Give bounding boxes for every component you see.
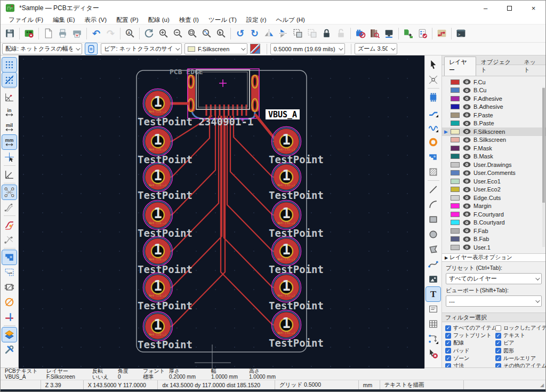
layer-color-swatch[interactable] [451,121,460,126]
testpoint-pad[interactable]: 1Net-(J1-…) [143,311,172,341]
3d-viewer-button[interactable] [382,26,396,41]
menu-h[interactable]: ヘルプ (H) [271,15,309,24]
rotate-ccw-button[interactable]: ↺ [233,26,247,41]
board-setup-button[interactable] [22,26,36,41]
layer-visibility-toggle[interactable] [463,145,471,151]
filter-item[interactable]: ✓配線 [445,339,495,347]
layer-visibility-toggle[interactable] [463,112,471,118]
sketch-tracks-button[interactable] [2,310,17,324]
silkscreen-text[interactable]: TestPoint [138,154,192,165]
filter-item[interactable]: ✓ビア [495,339,546,347]
layer-display-options-row[interactable]: ▶ レイヤー表示オプション [442,253,545,262]
layer-color-swatch[interactable] [451,129,460,134]
layer-color-swatch[interactable] [451,104,460,109]
checked-checkbox[interactable]: ✓ [495,333,501,339]
layer-color-swatch[interactable] [451,154,460,159]
layer-visibility-toggle[interactable] [463,220,471,226]
draw-circle-button[interactable] [426,227,440,242]
layer-row-Margin[interactable]: Margin [442,202,545,211]
tab-レイヤー[interactable]: レイヤー [444,57,476,76]
zoom-out-button[interactable] [171,26,185,41]
flip-vertical-button[interactable] [276,26,291,41]
zoom-fit-button[interactable] [185,26,199,41]
filter-item[interactable]: ✓テキスト [495,332,546,339]
layer-color-swatch[interactable] [451,179,460,184]
select-button[interactable] [426,58,440,72]
pcb-canvas[interactable]: PCB EDGE1Net-(J1-…)1Net-(J1-…)1Net-(J1-…… [19,55,424,367]
checked-checkbox[interactable]: ✓ [495,348,501,354]
layer-row-F.Fab[interactable]: F.Fab [442,227,545,235]
checked-checkbox[interactable]: ✓ [445,348,451,354]
ungroup-button[interactable] [305,26,319,41]
close-button[interactable]: × [521,1,545,15]
layer-visibility-toggle[interactable] [463,95,471,101]
maximize-button[interactable] [497,1,521,15]
layer-visibility-toggle[interactable] [463,178,471,184]
sketch-pads-button[interactable] [2,295,17,309]
testpoint-pad[interactable]: 1Net-(J1-…) [143,162,172,191]
layer-color-swatch[interactable] [451,170,460,175]
testpoint-pad[interactable]: 1Net-(J1-…) [143,200,172,229]
layer-row-F.Silkscreen[interactable]: ▶F.Silkscreen [442,127,545,136]
layer-list-scrollbar[interactable] [542,87,545,247]
layer-row-F.Paste[interactable]: F.Paste [442,111,545,119]
layer-color-swatch[interactable] [451,187,460,192]
draw-dimension-button[interactable] [426,332,440,346]
layer-color-swatch[interactable] [451,113,460,118]
place-footprint-button[interactable] [426,90,440,105]
layer-color-swatch[interactable] [451,203,460,209]
layer-visibility-toggle[interactable] [463,154,471,159]
high-contrast-button[interactable] [2,327,17,342]
auto-track-width-toggle[interactable] [85,43,98,55]
layer-row-B.Adhesive[interactable]: B.Adhesive [442,103,545,111]
unlock-button[interactable] [334,26,348,41]
zoom-selection-button[interactable] [214,26,228,41]
draw-textbox-button[interactable] [426,302,440,316]
group-button[interactable] [291,26,305,41]
layer-color-swatch[interactable] [451,220,460,225]
testpoint-pad[interactable]: 1Net-(J1-…) [143,236,172,266]
silkscreen-text[interactable]: TestPoint [138,300,192,311]
silkscreen-text[interactable]: TestPoint [269,154,324,165]
resize-grip-icon[interactable]: ◢ [540,382,544,388]
page-settings-button[interactable] [41,26,55,41]
draw-rule-area-button[interactable] [426,165,440,179]
layer-row-B.Mask[interactable]: B.Mask [442,153,545,161]
layer-row-B.Silkscreen[interactable]: B.Silkscreen [442,136,545,145]
selected-pcb-text[interactable]: VBUS_A [266,109,300,119]
units-mm-button[interactable]: mm [2,135,17,149]
testpoint-pad[interactable]: 1Net-(J1-…) [271,236,301,266]
menu-e[interactable]: 編集 (E) [48,15,80,24]
layer-visibility-toggle[interactable] [463,244,471,250]
layer-row-F.Adhesive[interactable]: F.Adhesive [442,94,545,103]
filter-item[interactable]: ✓ゾーン [445,355,495,362]
testpoint-pad[interactable]: 1Net-(J1-…) [271,273,301,302]
grid-overrides-button[interactable] [2,73,17,87]
layer-color-swatch[interactable] [451,137,460,142]
layer-row-User.Eco2[interactable]: User.Eco2 [442,186,545,194]
layer-visibility-toggle[interactable] [463,87,471,93]
active-layer-dropdown[interactable]: F.Silkscreen [184,43,247,54]
menu-f[interactable]: ファイル (F) [4,15,48,24]
menu-t[interactable]: ツール (T) [204,15,242,24]
layer-visibility-toggle[interactable] [463,104,471,110]
menu-i[interactable]: 検査 (I) [174,15,204,24]
layer-row-B.Cu[interactable]: B.Cu [442,86,545,95]
update-pcb-button[interactable] [401,26,415,41]
unchecked-checkbox[interactable] [495,325,501,331]
zone-outline-button[interactable] [2,265,17,279]
filter-item[interactable]: ロックしたアイテム [495,324,546,332]
layer-color-swatch[interactable] [451,162,460,167]
layer-color-swatch[interactable] [451,212,460,217]
layer-visibility-toggle[interactable] [463,129,471,134]
layer-row-B.Courtyard[interactable]: B.Courtyard [442,219,545,227]
layer-row-User.Comments[interactable]: User.Comments [442,169,545,178]
checked-checkbox[interactable]: ✓ [445,333,451,339]
checked-checkbox[interactable]: ✓ [445,340,451,346]
lock-button[interactable] [319,26,334,41]
layer-visibility-toggle[interactable] [463,170,471,176]
grid-size-dropdown[interactable]: 0.5000 mm (19.69 mils) [270,43,345,54]
silkscreen-text[interactable]: TestPoint 2340901-1 [138,116,253,127]
layer-color-swatch[interactable] [451,146,460,151]
filter-item[interactable]: ✓すべてのアイテム [445,324,495,332]
